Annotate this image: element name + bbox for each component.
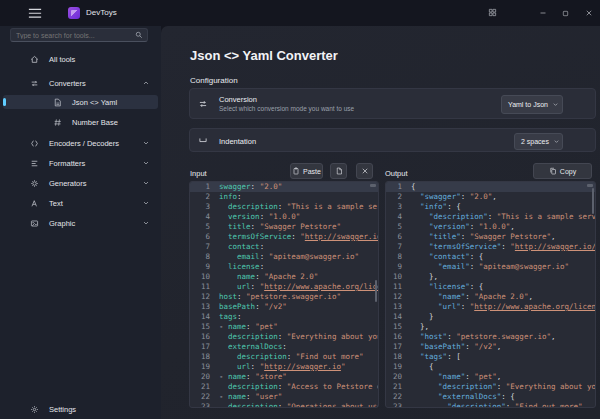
conversion-mode-dropdown[interactable]: Yaml to Json — [501, 95, 563, 114]
code-line: 20 "name": "pet", — [386, 372, 595, 382]
generators-icon — [30, 179, 39, 188]
copy-button[interactable]: Copy — [533, 163, 592, 179]
code-line: 9 "email": "apiteam@swagger.io" — [386, 262, 595, 272]
chevron-down-icon — [553, 138, 560, 145]
scrollbar-corner[interactable] — [587, 184, 593, 187]
sidebar: All tools Converters Json <> Yaml Number… — [0, 26, 161, 419]
app-title: DevToys — [86, 8, 117, 17]
sidebar-item-all-tools[interactable]: All tools — [3, 52, 158, 66]
code-line: 16 description: "Everything about your P… — [190, 332, 378, 342]
code-line: 21 "description": "Everything about your… — [386, 382, 595, 392]
code-line: 1swagger: "2.0" — [190, 182, 378, 192]
number-base-icon — [53, 118, 62, 127]
selection-accent-bar — [3, 98, 6, 106]
maximize-icon — [562, 10, 569, 17]
code-line: 22- name: "user" — [190, 392, 378, 402]
code-line: 13 "url": "http://www.apache.org/license… — [386, 302, 595, 312]
file-icon — [335, 167, 343, 175]
scrollbar-corner[interactable] — [370, 184, 376, 187]
sidebar-item-formatters[interactable]: Formatters — [3, 156, 158, 170]
conversion-setting-card: Conversion Select which conversion mode … — [189, 88, 596, 119]
minimize-button[interactable] — [531, 0, 554, 26]
minimize-icon — [539, 9, 547, 17]
conversion-title: Conversion — [219, 95, 257, 104]
sidebar-item-label: Graphic — [49, 219, 75, 228]
code-line: 5 title: "Swagger Petstore" — [190, 222, 378, 232]
chevron-down-icon — [142, 199, 150, 207]
settings-label: Settings — [49, 405, 76, 414]
code-line: 13basePath: "/v2" — [190, 302, 378, 312]
code-line: 7 contact: — [190, 242, 378, 252]
chevron-down-icon — [552, 101, 559, 108]
sidebar-item-json-yaml[interactable]: Json <> Yaml — [3, 95, 158, 109]
copy-icon — [549, 167, 557, 175]
chevron-down-icon — [142, 159, 150, 167]
code-line: 15- name: "pet" — [190, 322, 378, 332]
sidebar-item-label: Formatters — [49, 159, 85, 168]
sidebar-item-text[interactable]: Text — [3, 196, 158, 210]
json-yaml-icon — [53, 98, 62, 107]
home-icon — [30, 55, 39, 64]
code-line: 22 "externalDocs": { — [386, 392, 595, 402]
code-line: 9 license: — [190, 262, 378, 272]
code-line: 19 { — [386, 362, 595, 372]
sidebar-item-generators[interactable]: Generators — [3, 176, 158, 190]
sidebar-item-settings[interactable]: Settings — [3, 402, 158, 416]
sidebar-item-label: Generators — [49, 179, 87, 188]
copy-button-label: Copy — [560, 168, 576, 175]
chevron-down-icon — [142, 139, 150, 147]
sidebar-item-label: Encoders / Decoders — [49, 139, 119, 148]
code-line: 20- name: "store" — [190, 372, 378, 382]
output-editor[interactable]: 1{2 "swagger": "2.0",3 "info": {4 "descr… — [385, 181, 596, 408]
indentation-dropdown[interactable]: 2 spaces — [514, 133, 563, 150]
code-line: 11 url: "http://www.apache.org/licenses/… — [190, 282, 378, 292]
input-scrollbar-thumb[interactable] — [375, 280, 378, 302]
code-line: 11 "license": { — [386, 282, 595, 292]
code-line: 10 }, — [386, 272, 595, 282]
sidebar-item-number-base[interactable]: Number Base — [3, 115, 158, 129]
output-scrollbar-thumb[interactable] — [592, 188, 595, 214]
conversion-subtitle: Select which conversion mode you want to… — [219, 105, 354, 112]
indentation-value: 2 spaces — [521, 138, 549, 145]
main-content: Json <> Yaml Converter Configuration Con… — [161, 26, 600, 419]
sidebar-item-encoders-decoders[interactable]: Encoders / Decoders — [3, 136, 158, 150]
code-line: 17 "basePath": "/v2", — [386, 342, 595, 352]
clear-input-button[interactable] — [356, 163, 373, 179]
search-input[interactable] — [11, 32, 135, 39]
maximize-button[interactable] — [554, 0, 577, 26]
code-line: 12 "name": "Apache 2.0", — [386, 292, 595, 302]
chevron-down-icon — [142, 219, 150, 227]
code-line: 12host: "petstore.swagger.io" — [190, 292, 378, 302]
indentation-title: Indentation — [219, 137, 256, 146]
input-label: Input — [190, 169, 207, 178]
code-line: 16 "host": "petstore.swagger.io", — [386, 332, 595, 342]
code-line: 19 url: "http://swagger.io" — [190, 362, 378, 372]
close-button[interactable] — [577, 0, 600, 26]
paste-button[interactable]: Paste — [290, 163, 323, 179]
output-label: Output — [385, 169, 408, 178]
code-line: 6 "title": "Swagger Petstore", — [386, 232, 595, 242]
clear-icon — [361, 167, 369, 175]
sidebar-item-graphic[interactable]: Graphic — [3, 216, 158, 230]
open-file-button[interactable] — [330, 163, 347, 179]
code-line: 14tags: — [190, 312, 378, 322]
sidebar-item-label: Converters — [49, 79, 86, 88]
paste-button-label: Paste — [303, 168, 321, 175]
code-line: 3 "info": { — [386, 202, 595, 212]
code-line: 8 email: "apiteam@swagger.io" — [190, 252, 378, 262]
gear-icon — [30, 405, 39, 414]
page-title: Json <> Yaml Converter — [190, 48, 338, 63]
code-line: 15 }, — [386, 322, 595, 332]
tool-search[interactable] — [10, 28, 148, 42]
code-line: 3 description: "This is a sample server … — [190, 202, 378, 212]
input-editor[interactable]: 1swagger: "2.0"2info:3 description: "Thi… — [189, 181, 379, 408]
sidebar-item-converters[interactable]: Converters — [3, 76, 158, 90]
code-line: 14 } — [386, 312, 595, 322]
encoders-icon — [30, 139, 39, 148]
chevron-down-icon — [142, 179, 150, 187]
code-line: 8 "contact": { — [386, 252, 595, 262]
sidebar-item-label: All tools — [49, 55, 75, 64]
hamburger-menu-button[interactable] — [28, 8, 42, 18]
text-icon — [30, 199, 39, 208]
code-line: 21 description: "Access to Petstore orde… — [190, 382, 378, 392]
